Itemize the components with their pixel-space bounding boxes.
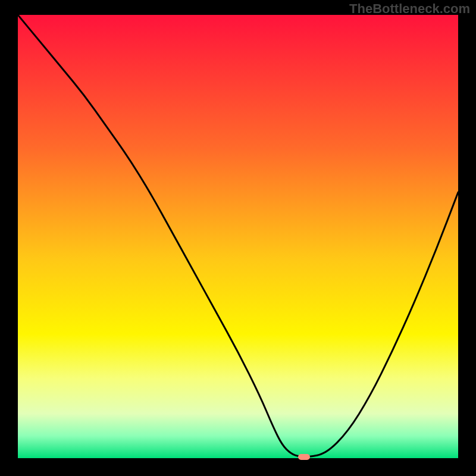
- chart-container: TheBottleneck.com: [0, 0, 476, 476]
- plot-background: [18, 15, 458, 458]
- bottleneck-plot: [18, 15, 458, 458]
- watermark-text: TheBottleneck.com: [349, 1, 470, 17]
- highlight-marker: [298, 454, 309, 460]
